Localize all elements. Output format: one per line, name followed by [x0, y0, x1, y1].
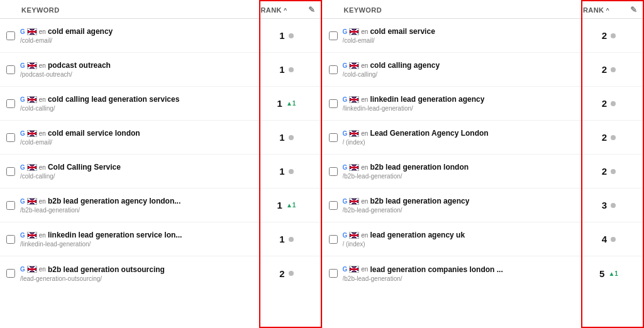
flag-uk-icon — [349, 62, 359, 69]
keyword-meta: Genlinkedin lead generation service lon.… — [20, 231, 253, 239]
row-checkbox-wrapper — [4, 201, 18, 210]
rank-value: 2 — [602, 98, 607, 109]
row-checkbox-wrapper — [326, 201, 340, 210]
row-select-checkbox[interactable] — [6, 167, 15, 176]
rank-cell: 1 — [255, 234, 318, 244]
keyword-url: /podcast-outreach/ — [20, 71, 253, 78]
row-select-checkbox[interactable] — [6, 99, 15, 108]
keyword-cell: Genpodcast outreach/podcast-outreach/ — [18, 61, 255, 78]
language-label: en — [361, 28, 368, 35]
flag-uk-icon — [349, 130, 359, 137]
row-checkbox-wrapper — [326, 167, 340, 176]
rank-cell: 1 — [255, 166, 318, 177]
language-label: en — [361, 62, 368, 69]
row-checkbox-wrapper — [4, 65, 18, 74]
rank-no-change-dot — [611, 101, 616, 106]
keyword-text: lead generation companies london ... — [370, 265, 502, 274]
keyword-cell: Genb2b lead generation outsourcing/lead-… — [18, 265, 255, 282]
keyword-text: lead generation agency uk — [370, 231, 465, 239]
google-icon: G — [20, 130, 25, 137]
language-label: en — [361, 96, 368, 103]
rank-column-header[interactable]: RANK^ — [243, 6, 306, 14]
keyword-meta: Genlead generation companies london ... — [343, 265, 575, 274]
sort-icon: ^ — [606, 7, 609, 13]
flag-uk-icon — [27, 130, 37, 137]
rank-cell: 2 — [577, 98, 640, 109]
rank-value: 2 — [602, 166, 607, 177]
row-checkbox-wrapper — [4, 269, 18, 278]
language-label: en — [39, 232, 46, 239]
keyword-cell: Gencold email agency/cold-email/ — [18, 27, 255, 44]
google-icon: G — [20, 232, 25, 239]
row-select-checkbox[interactable] — [6, 235, 15, 244]
row-select-checkbox[interactable] — [329, 65, 338, 74]
google-icon: G — [343, 198, 348, 205]
flag-uk-icon — [27, 232, 37, 239]
rank-column-header[interactable]: RANK^ — [565, 6, 628, 14]
language-label: en — [361, 164, 368, 171]
row-checkbox-wrapper — [4, 167, 18, 176]
row-select-checkbox[interactable] — [6, 31, 15, 40]
row-select-checkbox[interactable] — [329, 133, 338, 142]
keyword-cell: Gencold calling lead generation services… — [18, 95, 255, 112]
keyword-url: /cold-email/ — [20, 37, 253, 44]
rank-value: 2 — [602, 64, 607, 75]
rank-no-change-dot — [289, 67, 294, 72]
rank-value: 1 — [279, 30, 284, 41]
sort-icon: ^ — [284, 7, 287, 13]
rank-cell: 1 — [255, 30, 318, 41]
keyword-column-header: KEYWORD — [326, 6, 565, 14]
language-label: en — [39, 266, 46, 273]
rank-no-change-dot — [289, 237, 294, 242]
rank-no-change-dot — [289, 135, 294, 140]
row-select-checkbox[interactable] — [6, 65, 15, 74]
row-checkbox-wrapper — [326, 235, 340, 244]
keyword-url: /b2b-lead-generation/ — [20, 207, 253, 214]
flag-uk-icon — [349, 266, 359, 273]
row-select-checkbox[interactable] — [329, 201, 338, 210]
rank-cell: 1 — [255, 64, 318, 75]
main-container: KEYWORDRANK^✎Gencold email agency/cold-e… — [0, 0, 644, 328]
keyword-url: /b2b-lead-generation/ — [343, 207, 575, 214]
keyword-cell: Genlead generation agency uk/ (index) — [340, 231, 578, 248]
keyword-meta: Gencold calling lead generation services — [20, 95, 253, 104]
keyword-text: cold email service london — [48, 129, 140, 138]
rank-cell: 5▲1 — [577, 268, 640, 279]
keyword-meta: GenCold Calling Service — [20, 163, 253, 172]
keyword-meta: Gencold calling agency — [343, 61, 575, 70]
keyword-url: /linkedin-lead-generation/ — [343, 105, 575, 112]
row-checkbox-wrapper — [326, 31, 340, 40]
rank-value: 1 — [277, 98, 282, 109]
rank-value: 1 — [279, 132, 284, 143]
rank-cell: 3 — [577, 200, 640, 210]
flag-uk-icon — [349, 96, 359, 103]
row-select-checkbox[interactable] — [329, 31, 338, 40]
language-label: en — [39, 62, 46, 69]
keyword-text: Cold Calling Service — [48, 163, 121, 172]
row-select-checkbox[interactable] — [6, 269, 15, 278]
flag-uk-icon — [27, 96, 37, 103]
row-select-checkbox[interactable] — [329, 269, 338, 278]
keyword-cell: Gencold email service/cold-email/ — [340, 27, 578, 44]
keyword-cell: GenCold Calling Service/cold-calling/ — [18, 163, 255, 180]
edit-icon[interactable]: ✎ — [628, 5, 640, 14]
row-select-checkbox[interactable] — [329, 99, 338, 108]
google-icon: G — [343, 96, 348, 103]
keyword-meta: Gencold email agency — [20, 27, 253, 36]
row-select-checkbox[interactable] — [6, 201, 15, 210]
row-select-checkbox[interactable] — [329, 167, 338, 176]
rank-change-indicator: ▲1 — [286, 202, 296, 209]
keyword-url: /lead-generation-outsourcing/ — [20, 275, 253, 282]
google-icon: G — [20, 164, 25, 171]
row-select-checkbox[interactable] — [6, 133, 15, 142]
keyword-meta: Genb2b lead generation london — [343, 163, 575, 172]
row-checkbox-wrapper — [4, 133, 18, 142]
keyword-cell: Genlinkedin lead generation agency/linke… — [340, 95, 578, 112]
rank-no-change-dot — [611, 237, 616, 242]
flag-uk-icon — [27, 198, 37, 205]
row-checkbox-wrapper — [326, 65, 340, 74]
language-label: en — [39, 96, 46, 103]
edit-icon[interactable]: ✎ — [306, 5, 318, 14]
rank-value: 5 — [599, 268, 604, 279]
row-select-checkbox[interactable] — [329, 235, 338, 244]
